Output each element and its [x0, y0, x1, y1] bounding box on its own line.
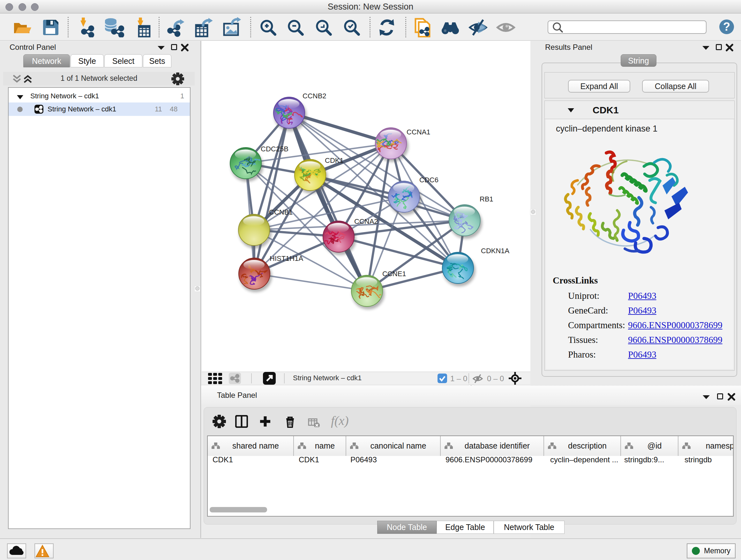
svg-text:CDKN1A: CDKN1A [481, 247, 510, 255]
svg-text:CDC25B: CDC25B [261, 145, 288, 153]
svg-text:CCNA2: CCNA2 [354, 217, 378, 226]
svg-text:CCNA1: CCNA1 [407, 128, 430, 136]
svg-text:RB1: RB1 [480, 195, 493, 203]
svg-text:CCNB2: CCNB2 [302, 92, 327, 100]
svg-text:CDK1: CDK1 [325, 157, 344, 165]
svg-text:CCNE1: CCNE1 [382, 270, 406, 278]
svg-text:CDC6: CDC6 [419, 176, 439, 184]
svg-text:HIST1H1A: HIST1H1A [270, 254, 303, 262]
svg-text:CCNB1: CCNB1 [269, 208, 293, 216]
